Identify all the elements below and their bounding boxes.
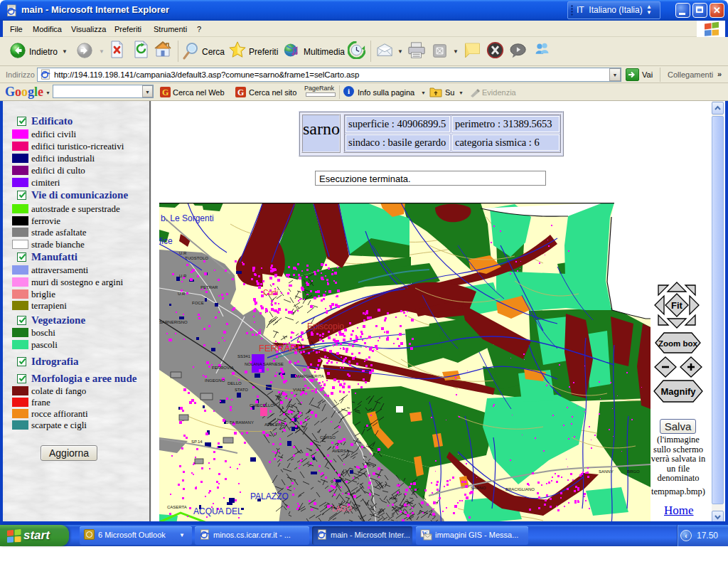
- svg-text:LAGO: LAGO: [332, 505, 352, 513]
- svg-text:NOLANA SARNESE: NOLANA SARNESE: [245, 362, 284, 366]
- svg-text:MARGHERITA: MARGHERITA: [296, 374, 324, 378]
- svg-text:G: G: [237, 87, 244, 97]
- svg-text:Fit: Fit: [671, 300, 683, 311]
- svg-text:SP.14: SP.14: [191, 440, 203, 444]
- svg-text:BRACIGLIANO: BRACIGLIANO: [505, 487, 535, 491]
- svg-text:G: G: [162, 87, 168, 97]
- svg-text:SARNO: SARNO: [471, 486, 486, 490]
- svg-text:TUOSTOLO: TUOSTOLO: [185, 256, 208, 260]
- svg-text:ACQUA DEL: ACQUA DEL: [193, 506, 242, 516]
- svg-text:U.R: U.R: [179, 251, 187, 255]
- svg-text:SS341: SS341: [237, 354, 251, 358]
- svg-text:SANNY: SANNY: [599, 469, 614, 474]
- svg-text:BRGO: BRGO: [627, 469, 640, 474]
- svg-text:DELLO: DELLO: [228, 381, 242, 385]
- svg-text:CASERTA: CASERTA: [167, 505, 187, 509]
- svg-text:CHIECELLO: CHIECELLO: [250, 403, 274, 408]
- svg-text:VIALE: VIALE: [293, 388, 305, 392]
- svg-text:Zoom box: Zoom box: [658, 339, 698, 348]
- svg-text:U.R: U.R: [178, 292, 186, 296]
- svg-text:STATO: STATO: [235, 388, 248, 392]
- svg-text:FERROVIA: FERROVIA: [212, 366, 234, 370]
- svg-text:PALAZZO: PALAZZO: [250, 491, 289, 501]
- svg-text:Curti: Curti: [263, 289, 278, 297]
- svg-text:Magnify: Magnify: [660, 386, 696, 397]
- svg-text:AVERSA: AVERSA: [332, 449, 349, 453]
- svg-text:FOCE: FOCE: [192, 301, 204, 305]
- svg-text:PETRAR: PETRAR: [200, 285, 218, 289]
- svg-text:fice: fice: [159, 236, 173, 246]
- svg-text:b. Le Sorgenti: b. Le Sorgenti: [161, 213, 214, 223]
- svg-text:AVELLINO: AVELLINO: [264, 422, 285, 427]
- svg-text:FERRARI: FERRARI: [259, 343, 299, 353]
- svg-text:SARNERISNO: SARNERISNO: [159, 320, 188, 324]
- svg-text:CORSO: CORSO: [320, 435, 336, 440]
- svg-text:S.TA RAMANY: S.TA RAMANY: [225, 420, 254, 425]
- svg-text:Episcopio: Episcopio: [307, 321, 344, 331]
- svg-text:INGEGNO: INGEGNO: [205, 378, 225, 383]
- svg-text:U.R: U.R: [179, 274, 187, 278]
